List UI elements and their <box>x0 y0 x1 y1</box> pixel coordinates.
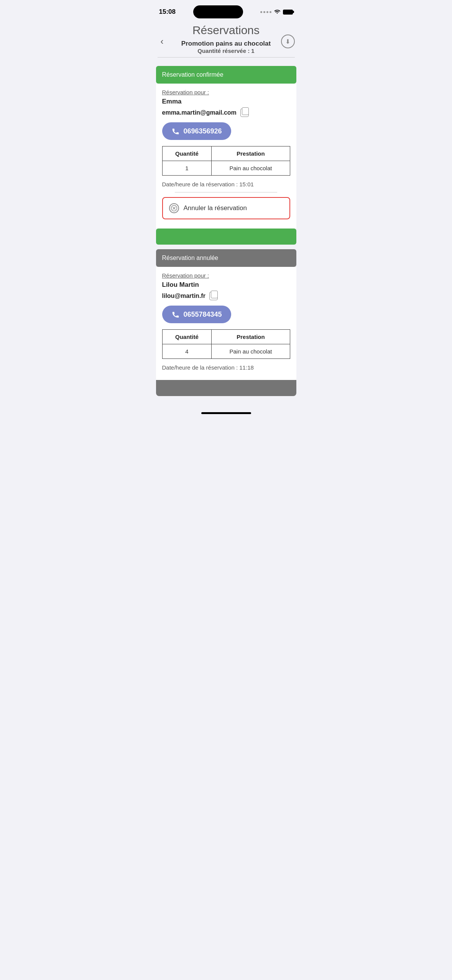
green-bar-bottom <box>156 229 296 245</box>
cancel-icon <box>169 203 179 213</box>
card-body-cancelled: Réservation pour : Lilou Martin lilou@ma… <box>156 267 296 380</box>
table-header-prest-2: Prestation <box>212 330 290 344</box>
email-row-2: lilou@martin.fr <box>162 292 290 300</box>
reservation-card-confirmed: Réservation confirmée Réservation pour :… <box>151 66 301 245</box>
table-header-qty-1: Quantité <box>162 146 212 161</box>
status-bar: 15:08 <box>151 0 301 21</box>
table-row-1: 1 Pain au chocolat <box>162 161 290 176</box>
table-qty-2: 4 <box>162 344 212 359</box>
table-prest-2: Pain au chocolat <box>212 344 290 359</box>
wifi-icon <box>274 9 281 15</box>
customer-email-1: emma.martin@gmail.com <box>162 109 237 116</box>
reservation-for-label-1: Réservation pour : <box>162 89 290 95</box>
divider-1 <box>175 192 277 192</box>
table-qty-1: 1 <box>162 161 212 176</box>
status-bar-cancelled: Réservation annulée <box>156 249 296 267</box>
home-indicator <box>201 412 251 414</box>
grey-bar-bottom <box>156 380 296 396</box>
phone-number-2: 0655784345 <box>184 311 222 319</box>
phone-icon-1 <box>171 127 180 135</box>
reservation-date-2: Date/heure de la réservation : 11:18 <box>162 364 290 371</box>
customer-name-2: Lilou Martin <box>162 281 290 289</box>
download-button[interactable]: ⬇ <box>281 35 295 48</box>
table-header-prest-1: Prestation <box>212 146 290 161</box>
reservation-card-cancelled: Réservation annulée Réservation pour : L… <box>151 249 301 396</box>
copy-icon-1[interactable] <box>240 109 249 117</box>
table-row-2: 4 Pain au chocolat <box>162 344 290 359</box>
page-title: Réservations <box>158 24 295 37</box>
info-table-2: Quantité Prestation 4 Pain au chocolat <box>162 329 290 359</box>
phone-button-1[interactable]: 0696356926 <box>162 122 231 140</box>
customer-email-2: lilou@martin.fr <box>162 293 205 299</box>
info-table-1: Quantité Prestation 1 Pain au chocolat <box>162 146 290 176</box>
customer-name-1: Emma <box>162 98 290 105</box>
phone-button-2[interactable]: 0655784345 <box>162 306 231 323</box>
signal-icon <box>260 11 271 13</box>
reservation-for-label-2: Réservation pour : <box>162 272 290 279</box>
promotion-title: Promotion pains au chocolat <box>158 40 295 48</box>
cancel-label: Annuler la réservation <box>184 204 247 212</box>
card-body-confirmed: Réservation pour : Emma emma.martin@gmai… <box>156 84 296 229</box>
quantity-reserved: Quantité réservée : 1 <box>158 48 295 54</box>
status-icons <box>260 9 293 15</box>
notch <box>193 5 243 18</box>
table-prest-1: Pain au chocolat <box>212 161 290 176</box>
header-divider <box>158 57 295 58</box>
page-header: ‹ Réservations Promotion pains au chocol… <box>151 21 301 61</box>
email-row-1: emma.martin@gmail.com <box>162 109 290 117</box>
cancel-reservation-button[interactable]: Annuler la réservation <box>162 197 290 219</box>
phone-icon-2 <box>171 310 180 319</box>
table-header-qty-2: Quantité <box>162 330 212 344</box>
battery-icon <box>283 10 293 15</box>
status-bar-confirmed: Réservation confirmée <box>156 66 296 84</box>
reservation-date-1: Date/heure de la réservation : 15:01 <box>162 181 290 187</box>
copy-icon-2[interactable] <box>209 292 218 300</box>
status-time: 15:08 <box>159 8 176 16</box>
phone-number-1: 0696356926 <box>184 127 222 135</box>
back-button[interactable]: ‹ <box>158 35 167 48</box>
reservations-list: Réservation confirmée Réservation pour :… <box>151 66 301 408</box>
